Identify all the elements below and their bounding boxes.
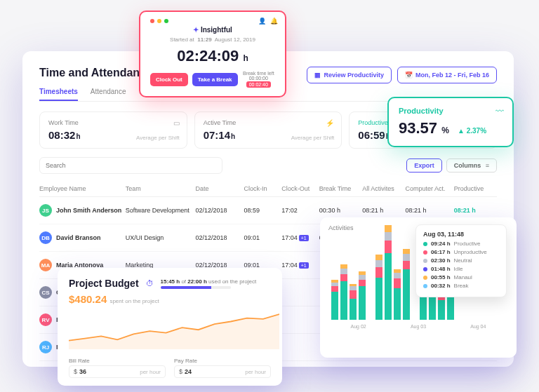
budget-hours-used: 15:45 h of 22:00 h used on the project: [161, 278, 257, 285]
clockout-cell: 17:04+1: [281, 262, 319, 269]
legend-dot-icon: [423, 284, 427, 288]
productivity-delta: ▲ 2.37%: [458, 127, 486, 135]
bolt-icon: ⚡: [326, 119, 334, 127]
clock-icon: ⏱: [146, 279, 154, 288]
timer-widget: 👤 🔔 Insightful Started at 11:29 August 1…: [139, 11, 286, 97]
legend-item: 01:48 hIdle: [423, 266, 499, 272]
table-header-cell[interactable]: Employee Name: [39, 185, 126, 192]
trend-icon: 〰: [495, 107, 504, 116]
team-cell: Software Development: [126, 207, 196, 214]
activities-tooltip: Aug 03, 11:48 09:24 hProductive06:17 hUn…: [415, 224, 507, 297]
legend-item: 00:55 hManaul: [423, 274, 499, 281]
chart-bar[interactable]: [359, 271, 366, 320]
project-budget-widget: Project Budget ⏱ 15:45 h of 22:00 h used…: [58, 268, 282, 386]
window-controls: [150, 19, 275, 23]
clockin-cell: 09:01: [244, 234, 281, 241]
search-input[interactable]: [39, 157, 222, 174]
user-icon[interactable]: 👤: [258, 18, 266, 25]
export-button[interactable]: Export: [406, 158, 442, 173]
legend-item: 06:17 hUnproductive: [423, 249, 499, 255]
chart-bar[interactable]: [403, 249, 410, 320]
columns-button[interactable]: Columns ≡: [446, 158, 497, 173]
timer-started-label: Started at 11:29 August 12, 2019: [150, 36, 275, 43]
budget-amount: $480.24 spent on the project: [69, 293, 271, 305]
minimize-icon[interactable]: [157, 19, 161, 23]
table-header-cell[interactable]: All Activites: [362, 185, 405, 192]
productivity-title: Productivity: [399, 107, 503, 115]
productive-cell: 08:21 h: [454, 207, 497, 214]
filter-icon: ≡: [486, 162, 489, 169]
chart-bar[interactable]: [375, 255, 382, 320]
budget-title: Project Budget: [69, 278, 139, 289]
tab-timesheets[interactable]: Timesheets: [39, 88, 78, 101]
productivity-value: 93.57 %: [399, 119, 453, 137]
comp-act-cell: 08:21 h: [406, 207, 454, 214]
employee-name: David Branson: [56, 234, 101, 241]
chart-bar[interactable]: [385, 225, 392, 320]
x-axis-label: Aug 03: [411, 324, 426, 329]
brand-logo: Insightful: [150, 26, 275, 34]
take-break-button[interactable]: Take a Break: [192, 73, 238, 86]
review-productivity-button[interactable]: ▦ Review Productivity: [307, 67, 392, 83]
date-range-button[interactable]: 📅 Mon, Feb 12 - Fri, Feb 16: [397, 67, 497, 83]
productivity-widget: 〰 Productivity 93.57 % ▲ 2.37%: [387, 97, 514, 147]
legend-item: 00:32 hBreak: [423, 283, 499, 289]
tab-attendance[interactable]: Attendance: [91, 88, 126, 101]
avatar: RJ: [39, 341, 52, 353]
table-header-cell[interactable]: Computer Act.: [406, 185, 454, 192]
table-header-cell[interactable]: Break Time: [319, 185, 362, 192]
table-header-cell[interactable]: Team: [126, 185, 196, 192]
bell-icon[interactable]: 🔔: [270, 18, 278, 25]
clock-out-button[interactable]: Clock Out: [150, 73, 188, 86]
break-time-info: Break time left 00:00:00 00:02:40: [242, 71, 275, 88]
chart-bar[interactable]: [331, 280, 338, 320]
legend-item: 02:30 hNeutral: [423, 257, 499, 264]
maximize-icon[interactable]: [164, 19, 168, 23]
avatar: JS: [39, 204, 52, 217]
stat-work-time: ▭ Work Time 08:32h Average per Shift: [39, 111, 187, 149]
date-cell: 02/12/2018: [195, 207, 244, 214]
grid-icon: ▦: [314, 72, 321, 79]
chart-bar[interactable]: [340, 264, 347, 320]
clockin-cell: 08:59: [244, 207, 281, 214]
break-cell: 00:30 h: [319, 207, 362, 214]
clockout-cell: 17:02: [281, 207, 319, 214]
date-cell: 02/12/2018: [195, 234, 244, 241]
avatar: MA: [39, 259, 52, 271]
pay-rate-label: Pay Rate: [174, 358, 271, 364]
employee-name: John Smith Anderson: [56, 207, 121, 214]
calendar-icon: 📅: [405, 72, 413, 79]
table-header-cell[interactable]: Clock-Out: [281, 185, 319, 192]
calendar-icon: ▭: [173, 119, 180, 127]
legend-dot-icon: [423, 259, 427, 263]
chart-bar[interactable]: [350, 284, 357, 320]
chart-bar[interactable]: [394, 269, 401, 320]
legend-dot-icon: [423, 267, 427, 271]
all-act-cell: 08:21 h: [362, 207, 405, 214]
avatar: RV: [39, 313, 52, 326]
bar-group: [375, 225, 410, 320]
legend-dot-icon: [423, 250, 427, 255]
budget-progress: [161, 286, 231, 289]
table-header-cell[interactable]: Productive: [454, 185, 497, 192]
clockout-cell: 17:04+1: [281, 234, 319, 241]
budget-line-chart: [69, 311, 279, 349]
stat-active-time: ⚡ Active Time 07:14h Average per Shift: [194, 111, 342, 149]
timer-elapsed: 02:24:09 h: [150, 47, 275, 65]
bill-rate-input[interactable]: $36per hour: [69, 365, 166, 378]
close-icon[interactable]: [150, 19, 154, 23]
pay-rate-input[interactable]: $24per hour: [174, 365, 271, 378]
table-header-cell[interactable]: Date: [195, 185, 244, 192]
avatar: CS: [39, 286, 52, 299]
legend-dot-icon: [423, 242, 427, 246]
avatar: DB: [39, 231, 52, 244]
legend-item: 09:24 hProductive: [423, 241, 499, 247]
x-axis-label: Aug 02: [351, 324, 366, 329]
bill-rate-label: Bill Rate: [69, 358, 166, 364]
x-axis-label: Aug 04: [470, 324, 486, 329]
team-cell: UX/UI Design: [126, 234, 196, 241]
bar-group: [331, 264, 366, 320]
legend-dot-icon: [423, 276, 427, 280]
table-header-cell[interactable]: Clock-In: [244, 185, 281, 192]
